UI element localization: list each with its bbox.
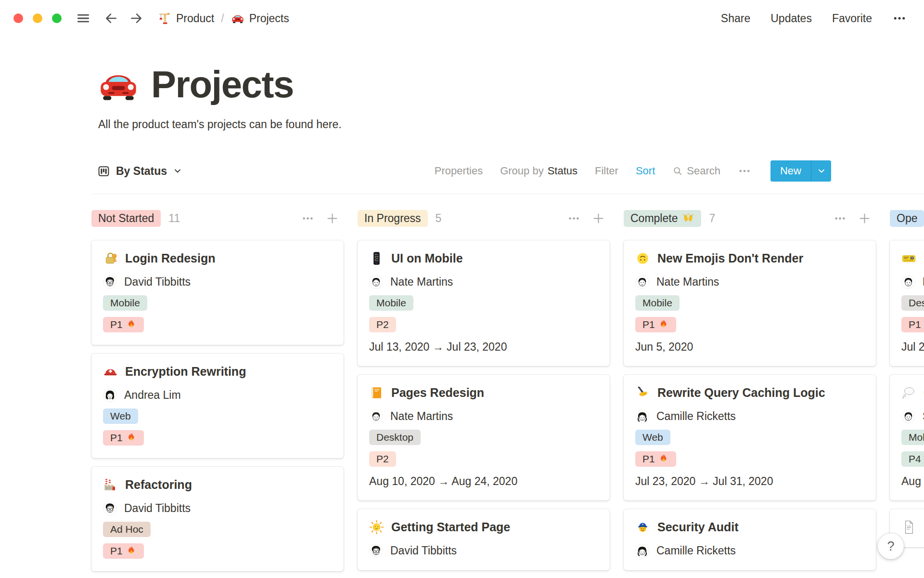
police-officer-icon bbox=[635, 520, 650, 535]
column-header: In Progress 5 bbox=[358, 209, 610, 228]
project-card[interactable]: Refactoring David Tibbitts Ad HocP1 bbox=[91, 467, 344, 571]
project-card[interactable]: Login Redesign David Tibbitts MobileP1 bbox=[91, 240, 344, 345]
assignee-name: Camille Ricketts bbox=[656, 544, 736, 557]
column-add-icon[interactable] bbox=[858, 212, 871, 225]
properties-button[interactable]: Properties bbox=[435, 165, 483, 177]
crane-icon bbox=[158, 12, 171, 25]
card-assignee: Camille Ricketts bbox=[635, 409, 864, 423]
zoom-window-button[interactable] bbox=[52, 13, 62, 23]
assignee-name: David Tibbitts bbox=[390, 544, 457, 557]
filter-button[interactable]: Filter bbox=[595, 165, 618, 177]
tag-label: Web bbox=[110, 410, 131, 422]
group-by-button[interactable]: Group by Status bbox=[500, 165, 578, 177]
breadcrumb-item-projects[interactable]: Projects bbox=[231, 12, 289, 25]
new-button-dropdown[interactable] bbox=[811, 160, 831, 182]
card-title: Security Audit bbox=[657, 520, 739, 534]
status-badge-label: Not Started bbox=[98, 212, 154, 225]
page-body: Projects All the product team's projects… bbox=[0, 63, 924, 578]
helmet-icon bbox=[103, 364, 118, 379]
breadcrumb-item-product[interactable]: Product bbox=[158, 12, 214, 25]
card-dates: Jul 2 bbox=[901, 341, 924, 354]
share-button[interactable]: Share bbox=[721, 12, 750, 25]
card-tags: WebP1 bbox=[103, 408, 332, 446]
status-badge[interactable]: Complete bbox=[624, 210, 701, 227]
avatar-camille bbox=[635, 409, 649, 423]
tag-label: Desktop bbox=[376, 432, 413, 443]
search-label: Search bbox=[687, 165, 720, 177]
project-card[interactable]: Security Audit Camille Ricketts bbox=[624, 509, 876, 570]
avatar-david bbox=[103, 275, 117, 289]
project-card[interactable]: C S MobP4 Aug 3 bbox=[890, 375, 924, 500]
favorite-button[interactable]: Favorite bbox=[832, 12, 872, 25]
car-icon[interactable] bbox=[97, 64, 140, 106]
fire-icon bbox=[126, 546, 137, 556]
sort-button[interactable]: Sort bbox=[636, 165, 655, 177]
minimize-window-button[interactable] bbox=[33, 13, 42, 23]
avatar-camille bbox=[635, 544, 649, 558]
close-window-button[interactable] bbox=[13, 13, 23, 23]
tag-label: Mobile bbox=[642, 297, 672, 309]
card-dates: Jul 23, 2020 → Jul 31, 2020 bbox=[635, 475, 864, 488]
avatar-david bbox=[103, 501, 117, 515]
tag-label: Ad Hoc bbox=[110, 524, 143, 535]
status-badge-label: Ope bbox=[897, 212, 917, 225]
avatar-david bbox=[369, 544, 383, 558]
view-switcher[interactable]: By Status bbox=[97, 165, 182, 178]
status-badge[interactable]: In Progress bbox=[358, 210, 428, 227]
help-button[interactable]: ? bbox=[878, 533, 904, 559]
card-assignee: David Tibbitts bbox=[103, 501, 332, 515]
upside-down-face-icon bbox=[635, 251, 650, 266]
card-tags: MobP4 bbox=[901, 430, 924, 467]
project-card[interactable]: Encryption Rewriting Andrea Lim WebP1 bbox=[91, 354, 344, 458]
assignee-name: Nate Martins bbox=[390, 276, 453, 289]
raised-hands-icon bbox=[682, 212, 694, 224]
status-badge[interactable]: Not Started bbox=[91, 210, 161, 227]
status-badge[interactable]: Ope bbox=[890, 210, 924, 227]
writing-hand-icon bbox=[635, 385, 650, 400]
column-cards: P N DesP1 Jul 2 C S MobP4 Aug 3 N bbox=[890, 240, 924, 547]
card-dates: Aug 10, 2020 → Aug 24, 2020 bbox=[369, 475, 598, 488]
new-button[interactable]: New bbox=[770, 160, 831, 182]
updates-button[interactable]: Updates bbox=[770, 12, 812, 25]
tag-label: P4 bbox=[909, 453, 921, 465]
tag-label: P1 bbox=[110, 545, 123, 557]
window-titlebar: Product / Projects Share Updates Favorit… bbox=[0, 0, 924, 37]
project-card[interactable]: P N DesP1 Jul 2 bbox=[890, 240, 924, 366]
avatar-nate bbox=[369, 409, 383, 423]
column-more-icon[interactable] bbox=[834, 212, 847, 225]
tag: P2 bbox=[369, 317, 396, 332]
tag-label: Mobile bbox=[376, 297, 406, 309]
project-card[interactable]: Getting Started Page David Tibbitts bbox=[358, 509, 610, 570]
card-assignee: David Tibbitts bbox=[103, 275, 332, 289]
column-more-icon[interactable] bbox=[301, 212, 314, 225]
search-button[interactable]: Search bbox=[672, 165, 720, 177]
project-card[interactable]: UI on Mobile Nate Martins MobileP2 Jul 1… bbox=[358, 240, 610, 366]
tag: Web bbox=[635, 430, 670, 445]
sun-icon bbox=[369, 520, 384, 535]
project-card[interactable]: Rewrite Query Caching Logic Camille Rick… bbox=[624, 375, 876, 500]
back-button[interactable] bbox=[104, 11, 118, 26]
more-options-icon[interactable] bbox=[892, 11, 907, 26]
card-title: Pages Redesign bbox=[391, 386, 484, 400]
project-card[interactable]: Pages Redesign Nate Martins DesktopP2 Au… bbox=[358, 375, 610, 500]
tag-label: Des bbox=[909, 297, 924, 309]
lock-icon bbox=[103, 251, 118, 266]
tag-label: P2 bbox=[376, 319, 389, 330]
avatar-nate bbox=[901, 409, 915, 423]
column-more-icon[interactable] bbox=[567, 212, 580, 225]
card-title: Rewrite Query Caching Logic bbox=[657, 386, 825, 400]
toolbar-more-icon[interactable] bbox=[738, 164, 751, 178]
forward-button[interactable] bbox=[129, 11, 143, 26]
tag: Mobile bbox=[103, 295, 147, 311]
group-by-prefix: Group by bbox=[500, 165, 544, 177]
menu-icon[interactable] bbox=[76, 11, 90, 26]
project-card[interactable]: New Emojis Don't Render Nate Martins Mob… bbox=[624, 240, 876, 366]
column-add-icon[interactable] bbox=[326, 212, 339, 225]
thought-balloon-icon bbox=[901, 385, 916, 400]
page-description: All the product team's projects can be f… bbox=[98, 118, 924, 131]
tag-label: P2 bbox=[376, 453, 389, 465]
column-add-icon[interactable] bbox=[592, 212, 605, 225]
factory-icon bbox=[103, 477, 118, 492]
tag-label: Web bbox=[642, 432, 663, 443]
card-tags: MobileP1 bbox=[635, 295, 864, 332]
